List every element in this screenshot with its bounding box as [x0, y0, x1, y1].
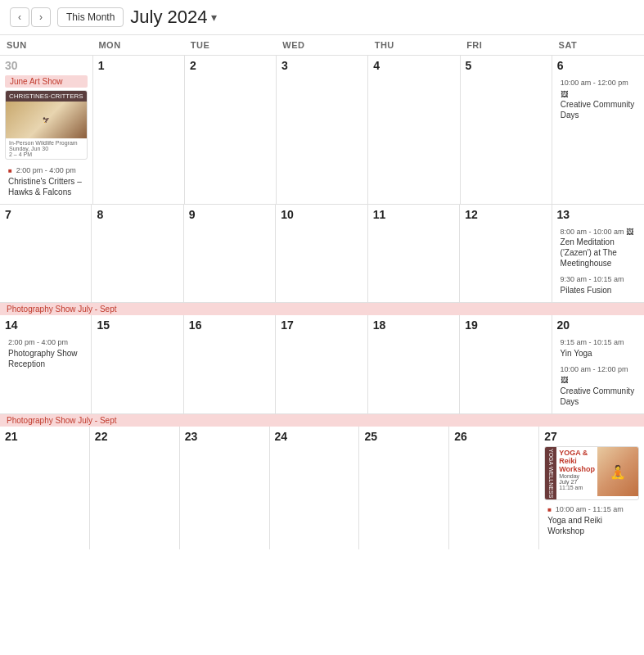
day-num-15: 15	[97, 318, 178, 332]
day-num-23: 23	[185, 430, 264, 443]
june-art-show-banner[interactable]: June Art Show	[5, 75, 88, 88]
zen-title: Zen Meditation ('Zazen') at The Meetingh…	[561, 237, 617, 268]
day-num-10: 10	[281, 208, 362, 221]
header-tue: TUE	[184, 35, 276, 55]
prev-button[interactable]: ‹	[10, 7, 29, 27]
day-jul22: 22	[90, 427, 180, 549]
day-jul12: 12	[460, 205, 552, 302]
day-num-21: 21	[5, 430, 84, 443]
header-thu: THU	[368, 35, 460, 55]
day-jul16: 16	[184, 315, 276, 413]
header-sat: SAT	[552, 35, 644, 55]
day-num-4: 4	[373, 59, 454, 72]
zen-icon: 🖼	[626, 228, 633, 236]
calendar-app: ‹ › This Month July 2024 ▾ SUN MON TUE W…	[0, 0, 644, 549]
day-jul20: 20 9:15 am - 10:15 am Yin Yoga 10:00 am …	[552, 315, 644, 413]
week-2-days: 7 8 9 10 11 12 13 8:00 am - 10:00 am 🖼	[0, 205, 644, 302]
day-jul5: 5	[461, 56, 552, 204]
yin-yoga-title: Yin Yoga	[561, 349, 592, 358]
day-num-13: 13	[557, 208, 639, 221]
day-jul23: 23	[180, 427, 270, 549]
zen-time: 8:00 am - 10:00 am	[561, 228, 624, 236]
day-num-24: 24	[275, 430, 354, 443]
this-month-button[interactable]: This Month	[57, 7, 124, 27]
yoga-card-text: YOGA & Reiki Workshop MondayJuly 2711:15…	[556, 447, 597, 499]
creative-community-event-1[interactable]: 10:00 am - 12:00 pm 🖼 Creative Community…	[557, 75, 639, 122]
next-button[interactable]: ›	[31, 7, 51, 27]
critters-time: 2:00 pm - 4:00 pm	[16, 166, 76, 174]
week-3: Photography Show July - Sept 14 2:00 pm …	[0, 303, 644, 414]
day-jul18: 18	[368, 315, 460, 413]
yin-yoga-event[interactable]: 9:15 am - 10:15 am Yin Yoga	[557, 335, 639, 360]
day-jul21: 21	[0, 427, 90, 549]
red-dot-icon: ■	[8, 167, 12, 174]
day-num-8: 8	[97, 208, 178, 221]
day-num-25: 25	[364, 430, 444, 443]
day-num-2: 2	[190, 59, 271, 72]
photo-reception-title: Photography Show Reception	[8, 349, 78, 368]
day-num-7: 7	[5, 208, 86, 221]
day-num-30: 30	[5, 59, 88, 72]
pilates-event[interactable]: 9:30 am - 10:15 am Pilates Fusion	[557, 272, 639, 297]
creative-community-event-2[interactable]: 10:00 am - 12:00 pm 🖼 Creative Community…	[557, 362, 639, 409]
day-num-22: 22	[95, 430, 174, 443]
day-num-27: 27	[544, 430, 639, 443]
creative-icon-1: 🖼	[561, 90, 568, 98]
day-jul1: 1	[93, 56, 185, 204]
day-jul6[interactable]: 6 10:00 am - 12:00 pm 🖼 Creative Communi…	[552, 56, 644, 204]
day-jul8: 8	[92, 205, 183, 302]
day-num-16: 16	[189, 318, 270, 332]
month-title[interactable]: July 2024 ▾	[130, 7, 216, 28]
week-3-days: 14 2:00 pm - 4:00 pm Photography Show Re…	[0, 315, 644, 413]
header-wed: WED	[276, 35, 367, 55]
week-2: 7 8 9 10 11 12 13 8:00 am - 10:00 am 🖼	[0, 205, 644, 303]
day-jul13: 13 8:00 am - 10:00 am 🖼 Zen Meditation (…	[552, 205, 644, 302]
creative-time-2: 10:00 am - 12:00 pm	[561, 365, 628, 373]
day-jul26: 26	[449, 427, 539, 549]
yoga-time: 10:00 am - 11:15 am	[556, 505, 624, 513]
card-header: CHRISTINES·CRITTERS	[6, 91, 87, 102]
creative-title-1: Creative Community Days	[561, 100, 635, 120]
day-jul3: 3	[277, 56, 368, 204]
day-jul10: 10	[276, 205, 367, 302]
card-image: 🦅	[6, 102, 87, 138]
photo-show-banner-1[interactable]: Photography Show July - Sept	[0, 303, 644, 315]
week-1-days: 30 June Art Show CHRISTINES·CRITTERS 🦅 I…	[0, 56, 644, 204]
calendar-header: ‹ › This Month July 2024 ▾	[0, 0, 644, 35]
pilates-title: Pilates Fusion	[561, 286, 612, 295]
month-dropdown-caret: ▾	[211, 11, 217, 24]
day-jul25: 25	[359, 427, 449, 549]
day-num-14: 14	[5, 318, 86, 332]
day-num-9: 9	[189, 208, 270, 221]
creative-icon-2: 🖼	[561, 376, 568, 384]
day-jul9: 9	[184, 205, 276, 302]
yoga-title: Yoga and Reiki Workshop	[547, 516, 602, 535]
day-num-17: 17	[281, 318, 362, 332]
zen-meditation-event[interactable]: 8:00 am - 10:00 am 🖼 Zen Meditation ('Za…	[557, 224, 639, 271]
pilates-time: 9:30 am - 10:15 am	[561, 275, 624, 283]
week-4-days: 21 22 23 24 25 26 27 YOGA·W	[0, 427, 644, 549]
day-num-20: 20	[557, 318, 639, 332]
yoga-reiki-event[interactable]: ■ 10:00 am - 11:15 am Yoga and Reiki Wor…	[544, 502, 639, 538]
critters-event-card[interactable]: CHRISTINES·CRITTERS 🦅 In-Person Wildlife…	[5, 90, 88, 160]
header-mon: MON	[92, 35, 183, 55]
day-jul7: 7	[0, 205, 92, 302]
photo-show-banner-2[interactable]: Photography Show July - Sept	[0, 414, 644, 427]
day-jul27: 27 YOGA·WELLNESS YOGA & Reiki Workshop M…	[539, 427, 644, 549]
day-num-3: 3	[281, 59, 363, 72]
card-body: In-Person Wildlife ProgramSunday, Jun 30…	[6, 138, 87, 159]
yoga-card-date: MondayJuly 2711:15 am	[559, 473, 595, 490]
critters-event[interactable]: ■ 2:00 pm - 4:00 pm Christine's Critters…	[5, 163, 88, 199]
day-num-18: 18	[373, 318, 454, 332]
header-sun: SUN	[0, 35, 92, 55]
day-jul19: 19	[460, 315, 552, 413]
day-num-5: 5	[466, 59, 547, 72]
day-jul4: 4	[368, 56, 460, 204]
day-jul15: 15	[92, 315, 183, 413]
creative-title-2: Creative Community Days	[561, 386, 635, 406]
photo-reception-event[interactable]: 2:00 pm - 4:00 pm Photography Show Recep…	[5, 335, 86, 371]
critters-title: Christine's Critters – Hawks & Falcons	[8, 177, 82, 196]
yoga-reiki-card[interactable]: YOGA·WELLNESS YOGA & Reiki Workshop Mond…	[544, 446, 639, 500]
yoga-card-title: YOGA & Reiki Workshop	[559, 449, 595, 473]
photo-reception-time: 2:00 pm - 4:00 pm	[8, 338, 68, 346]
